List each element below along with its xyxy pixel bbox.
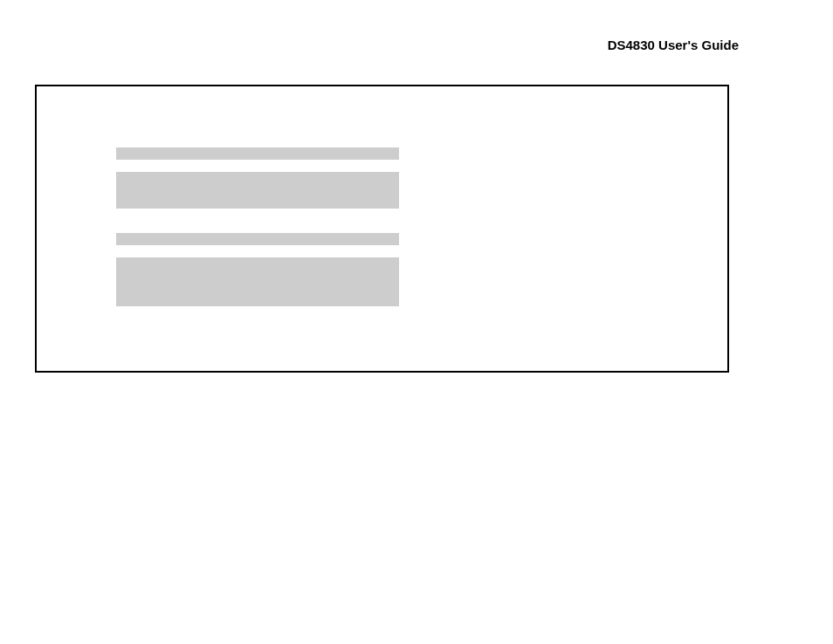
svg-rect-0 [116, 147, 399, 160]
svg-rect-1 [116, 172, 399, 209]
document-page: DS4830 User's Guide [0, 0, 833, 644]
table-frame [35, 85, 729, 373]
page-title: DS4830 User's Guide [608, 38, 739, 52]
table-grid [37, 86, 731, 374]
svg-rect-2 [116, 233, 399, 245]
